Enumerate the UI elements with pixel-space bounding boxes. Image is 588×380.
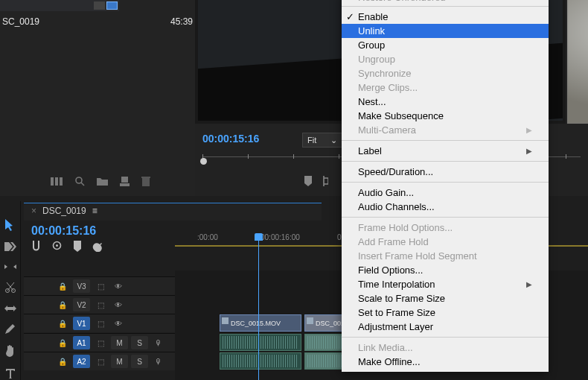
ripple-tool-icon[interactable] [4,262,16,273]
video-badge-icon [106,1,118,10]
search-icon[interactable] [74,176,85,186]
menu-item[interactable]: Field Options... [342,263,549,277]
check-icon: ✓ [346,11,354,22]
scrubber-handle[interactable] [200,158,207,165]
lock-icon[interactable]: 🔒 [55,279,70,293]
menu-item[interactable]: Audio Gain... [342,186,549,200]
svg-rect-6 [121,177,128,183]
menu-separator [342,140,549,141]
menu-item[interactable]: Enable✓ [342,10,549,24]
menu-item[interactable]: Speed/Duration... [342,165,549,179]
solo-toggle[interactable]: S [131,355,148,368]
sync-lock-icon[interactable]: ⬚ [93,336,108,349]
monitor-buttons [303,176,328,189]
svg-rect-2 [60,177,63,186]
menu-item[interactable]: Make Subsequence [342,109,549,123]
menu-item[interactable]: Scale to Frame Size [342,291,549,305]
track-toggle[interactable]: A1 [73,336,90,349]
eye-icon[interactable]: 👁 [111,279,126,293]
timeline-toolbar [31,241,103,254]
sync-lock-icon[interactable]: ⬚ [93,279,108,293]
lock-icon[interactable]: 🔒 [55,298,70,311]
solo-toggle[interactable]: S [131,336,148,349]
menu-item: Insert Frame Hold Segment [342,249,549,263]
track-toggle[interactable]: V2 [73,298,90,311]
track-select-tool-icon[interactable] [4,242,16,253]
selection-tool-icon[interactable] [5,219,16,233]
zoom-fit-dropdown[interactable]: Fit ⌄ [302,133,342,148]
menu-item[interactable]: Adjustment Layer [342,320,549,334]
menu-item: Synchronize [342,66,549,80]
menu-item[interactable]: Audio Channels... [342,200,549,214]
new-item-icon[interactable] [120,177,130,186]
lock-icon[interactable]: 🔒 [55,355,70,368]
menu-item-label: Time Interpolation [358,279,435,290]
pen-tool-icon[interactable] [5,323,16,336]
folder-icon[interactable] [97,177,108,186]
in-point-icon[interactable] [321,176,328,189]
menu-item[interactable]: Time Interpolation▶ [342,277,549,291]
menu-item-label: Make Subsequence [358,110,444,121]
track-header-v3[interactable]: 🔒 V3 ⬚ 👁 [24,276,175,295]
menu-item[interactable]: Label▶ [342,144,549,158]
menu-item: Link Media... [342,341,549,355]
slip-tool-icon[interactable] [4,304,16,314]
audio-clip[interactable] [220,334,301,351]
menu-item-label: Scale to Frame Size [358,293,445,304]
sequence-tab[interactable]: × DSC_0019 ≡ [31,206,98,216]
eye-icon[interactable]: 👁 [111,317,126,330]
close-tab-icon[interactable]: × [31,206,36,216]
svg-rect-7 [142,178,150,186]
hand-tool-icon[interactable] [5,345,16,359]
marker-add-icon[interactable] [73,241,82,254]
list-view-icon[interactable] [51,177,63,186]
track-toggle[interactable]: V1 [73,317,90,330]
settings-icon[interactable] [92,241,103,254]
razor-tool-icon[interactable] [5,282,16,295]
menu-item-label: Ungroup [358,54,395,65]
track-header-v1[interactable]: 🔒 V1 ⬚ 👁 [24,314,175,332]
track-header-a2[interactable]: 🔒 A2 ⬚ M S 🎙 [24,352,175,370]
menu-item[interactable]: Unlink [342,24,549,38]
timeline-timecode[interactable]: 00:00:15:16 [31,224,96,238]
clip-label: DSC_0015.MOV [231,320,281,327]
menu-item[interactable]: Group [342,38,549,52]
menu-item-label: Label [358,145,382,156]
right-monitor-viewport[interactable] [567,0,588,124]
menu-item: Restore Unrendered [342,0,549,3]
track-header-a1[interactable]: 🔒 A1 ⬚ M S 🎙 [24,333,175,352]
menu-separator [342,6,549,7]
track-toggle[interactable]: A2 [73,355,90,368]
lock-icon[interactable]: 🔒 [55,317,70,330]
tab-menu-icon[interactable]: ≡ [92,206,98,216]
linked-selection-icon[interactable] [51,241,63,254]
marker-icon[interactable] [303,176,313,189]
track-header-v2[interactable]: 🔒 V2 ⬚ 👁 [24,295,175,314]
mic-icon[interactable]: 🎙 [151,336,166,349]
svg-point-15 [56,244,58,247]
monitor-timecode[interactable]: 00:00:15:16 [202,133,259,145]
project-clip-thumb[interactable] [0,0,119,11]
clip-name[interactable]: SC_0019 [2,16,123,27]
video-clip[interactable]: DSC_0015.MOV [220,314,301,332]
menu-item[interactable]: Make Offline... [342,355,549,369]
mute-toggle[interactable]: M [111,355,128,368]
snap-icon[interactable] [31,241,41,254]
eye-icon[interactable]: 👁 [111,298,126,311]
menu-item[interactable]: Set to Frame Size [342,305,549,320]
lock-icon[interactable]: 🔒 [55,336,70,349]
project-panel: SC_0019 45:39 [0,0,195,196]
playhead[interactable] [258,233,259,380]
submenu-arrow-icon: ▶ [526,126,532,134]
mic-icon[interactable]: 🎙 [151,355,166,368]
mute-toggle[interactable]: M [111,336,128,349]
audio-clip[interactable] [220,352,301,370]
type-tool-icon[interactable] [5,368,16,380]
sync-lock-icon[interactable]: ⬚ [93,317,108,330]
trash-icon[interactable] [141,176,150,186]
track-toggle[interactable]: V3 [73,279,90,293]
menu-item[interactable]: Nest... [342,95,549,109]
sync-lock-icon[interactable]: ⬚ [93,355,108,368]
menu-item-label: Audio Channels... [358,201,435,212]
sync-lock-icon[interactable]: ⬚ [93,298,108,311]
